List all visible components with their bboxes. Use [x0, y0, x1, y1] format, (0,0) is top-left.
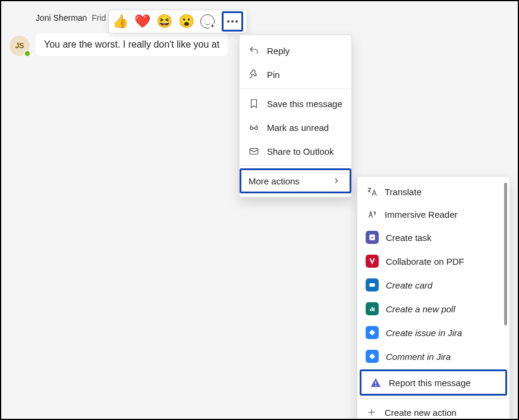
glasses-icon — [248, 121, 260, 133]
reply-icon — [248, 45, 260, 57]
scrollbar[interactable] — [504, 183, 507, 325]
svg-rect-5 — [370, 309, 371, 311]
submenu-create-poll[interactable]: Create a new poll — [357, 297, 509, 321]
sender-name: Joni Sherman — [36, 13, 87, 23]
mail-icon — [248, 145, 260, 157]
plus-icon — [366, 406, 378, 418]
menu-share-outlook[interactable]: Share to Outlook — [240, 139, 351, 163]
menu-pin-label: Pin — [267, 70, 280, 80]
submenu-immersive[interactable]: Immersive Reader — [357, 203, 509, 225]
reaction-custom-icon[interactable]: + — [200, 14, 215, 29]
svg-rect-4 — [370, 283, 375, 287]
message-actions-menu: Reply Pin Save this message Mark as unre… — [239, 35, 352, 198]
submenu-jira-comment-label: Comment in Jira — [386, 352, 451, 362]
card-app-icon — [366, 278, 379, 292]
submenu-report[interactable]: Report this message — [360, 369, 507, 396]
submenu-create-card[interactable]: Create card — [357, 273, 509, 297]
translate-icon — [366, 186, 378, 198]
ellipsis-icon — [227, 20, 238, 23]
more-options-button[interactable] — [222, 11, 243, 32]
avatar[interactable]: JS — [10, 36, 30, 56]
reaction-surprised[interactable]: 😮 — [178, 15, 194, 28]
pin-icon — [248, 68, 260, 80]
planner-icon — [366, 231, 379, 244]
submenu-jira-comment[interactable]: Comment in Jira — [357, 344, 509, 368]
submenu-create-card-label: Create card — [386, 280, 432, 290]
menu-separator — [357, 398, 509, 399]
menu-unread[interactable]: Mark as unread — [240, 115, 351, 139]
menu-separator — [240, 89, 351, 89]
menu-pin[interactable]: Pin — [240, 62, 351, 86]
adobe-icon — [366, 255, 379, 268]
warning-icon — [370, 377, 382, 388]
menu-unread-label: Mark as unread — [267, 123, 329, 133]
svg-rect-9 — [375, 385, 376, 386]
bookmark-icon — [248, 98, 260, 109]
submenu-collab-pdf[interactable]: Collaborate on PDF — [357, 249, 509, 273]
avatar-initials: JS — [15, 42, 24, 50]
submenu-translate-label: Translate — [385, 187, 422, 197]
submenu-jira-issue-label: Create issue in Jira — [386, 328, 462, 338]
reaction-bar: 👍 ❤️ 😆 😮 + — [108, 10, 247, 33]
menu-more-actions-label: More actions — [249, 176, 300, 186]
jira-icon — [366, 350, 379, 363]
menu-more-actions[interactable]: More actions — [240, 168, 351, 193]
submenu-collab-pdf-label: Collaborate on PDF — [386, 256, 464, 267]
message-body[interactable]: You are the worst. I really don't like y… — [36, 33, 228, 56]
reaction-like[interactable]: 👍 — [112, 15, 128, 28]
submenu-new-action-label: Create new action — [385, 408, 457, 418]
submenu-jira-issue[interactable]: Create issue in Jira — [357, 321, 509, 344]
chevron-right-icon — [331, 175, 342, 187]
submenu-create-task[interactable]: Create task — [357, 225, 509, 249]
svg-rect-2 — [250, 149, 258, 155]
submenu-immersive-label: Immersive Reader — [385, 209, 458, 220]
submenu-report-label: Report this message — [389, 378, 471, 388]
message-timestamp: Frid — [92, 13, 106, 23]
immersive-reader-icon — [366, 208, 378, 220]
more-actions-submenu: Translate Immersive Reader Create task C… — [357, 176, 510, 420]
submenu-translate[interactable]: Translate — [357, 180, 509, 203]
svg-rect-7 — [373, 308, 375, 312]
svg-rect-8 — [375, 381, 376, 384]
menu-reply-label: Reply — [267, 46, 290, 56]
menu-separator — [240, 165, 351, 166]
submenu-create-task-label: Create task — [386, 233, 432, 243]
menu-save[interactable]: Save this message — [240, 92, 351, 115]
submenu-new-action[interactable]: Create new action — [357, 401, 509, 420]
menu-reply[interactable]: Reply — [240, 39, 351, 62]
jira-icon — [366, 326, 379, 339]
polly-icon — [366, 302, 379, 315]
reaction-heart[interactable]: ❤️ — [134, 15, 150, 28]
menu-share-outlook-label: Share to Outlook — [267, 146, 334, 156]
presence-indicator — [24, 50, 31, 57]
reaction-laugh[interactable]: 😆 — [156, 15, 172, 28]
submenu-create-poll-label: Create a new poll — [386, 304, 455, 314]
svg-rect-6 — [372, 307, 373, 311]
menu-save-label: Save this message — [267, 99, 342, 109]
